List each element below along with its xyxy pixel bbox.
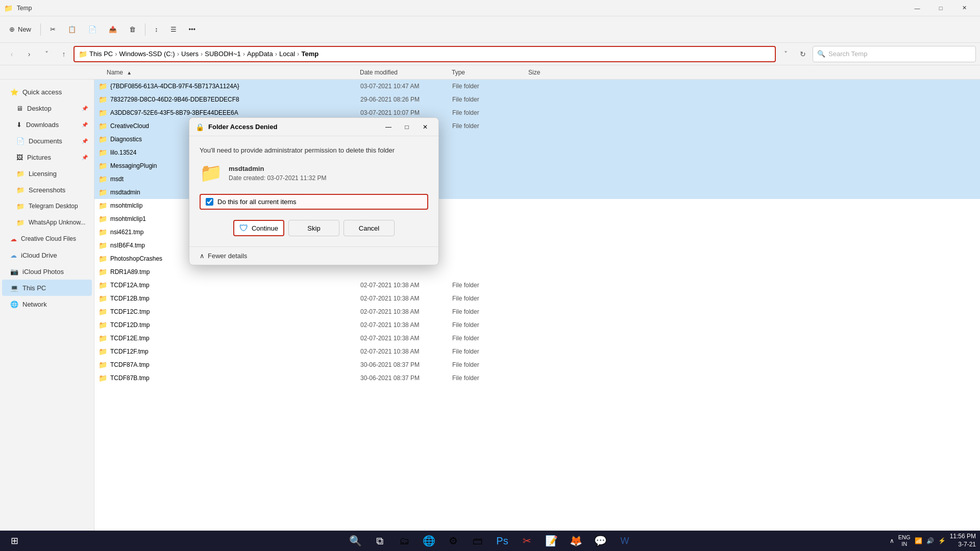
breadcrumb-this-pc[interactable]: This PC xyxy=(89,50,113,58)
new-button[interactable]: ⊕ New xyxy=(4,20,36,39)
folder-icon: 📁 xyxy=(99,188,107,196)
share-button[interactable]: 📤 xyxy=(104,20,122,39)
file-row[interactable]: 📁 TCDF12B.tmp 02-07-2021 10:38 AM File f… xyxy=(94,292,980,305)
cut-button[interactable]: ✂ xyxy=(45,20,61,39)
taskbar-chrome[interactable]: 🌐 xyxy=(418,532,440,550)
view-button[interactable]: ☰ xyxy=(165,20,182,39)
refresh-button[interactable]: ↻ xyxy=(795,46,811,62)
file-row[interactable]: 📁 TCDF12A.tmp 02-07-2021 10:38 AM File f… xyxy=(94,279,980,292)
sidebar-item-creative-cloud[interactable]: ☁ Creative Cloud Files xyxy=(2,231,92,247)
taskbar-notes[interactable]: 📝 xyxy=(540,532,562,550)
dialog-maximize-button[interactable]: □ xyxy=(400,121,414,133)
sidebar-item-whatsapp[interactable]: 📁 WhatsApp Unknow... xyxy=(2,214,92,231)
file-row[interactable]: 📁 TCDF87B.tmp 30-06-2021 08:37 PM File f… xyxy=(94,371,980,385)
sidebar-item-icloud-photos[interactable]: 📷 iCloud Photos xyxy=(2,263,92,280)
search-box[interactable]: 🔍 Search Temp xyxy=(813,46,976,62)
file-row[interactable]: 📁 TCDF12E.tmp 02-07-2021 10:38 AM File f… xyxy=(94,332,980,345)
chevron-up-icon[interactable]: ∧ xyxy=(890,537,894,544)
cancel-button[interactable]: Cancel xyxy=(344,220,395,236)
file-row[interactable]: 📁 RDR1A89.tmp xyxy=(94,265,980,279)
dialog-buttons: 🛡 Continue Skip Cancel xyxy=(200,220,428,236)
taskbar-search[interactable]: 🔍 xyxy=(344,532,366,550)
taskbar-app6[interactable]: 🗃 xyxy=(467,532,489,550)
fewer-details-toggle[interactable]: ∧ Fewer details xyxy=(189,246,438,265)
close-button[interactable]: ✕ xyxy=(952,0,976,16)
sidebar-item-network[interactable]: 🌐 Network xyxy=(2,296,92,312)
folder-icon: 📁 xyxy=(99,135,107,143)
recent-button[interactable]: ˅ xyxy=(39,46,54,62)
windows-icon: ⊞ xyxy=(11,535,18,546)
breadcrumb-users[interactable]: Users xyxy=(181,50,199,58)
breadcrumb-appdata[interactable]: AppData xyxy=(247,50,273,58)
sidebar-item-quick-access[interactable]: ⭐ Quick access xyxy=(2,84,92,100)
file-type: File folder xyxy=(452,348,529,355)
paste-button[interactable]: 📄 xyxy=(83,20,102,39)
copy-icon: 📋 xyxy=(68,26,76,33)
file-type: File folder xyxy=(452,295,529,302)
copy-button[interactable]: 📋 xyxy=(63,20,81,39)
taskbar-firefox[interactable]: 🦊 xyxy=(565,532,587,550)
taskbar-app8[interactable]: ✂ xyxy=(516,532,538,550)
col-header-date[interactable]: Date modified xyxy=(360,69,452,76)
sidebar-item-this-pc[interactable]: 💻 This PC xyxy=(2,280,92,296)
file-row[interactable]: 📁 78327298-D8C0-46D2-9B46-DDEB7EDDECF8 2… xyxy=(94,93,980,106)
expand-button[interactable]: ˅ xyxy=(778,46,793,62)
file-row[interactable]: 📁 TCDF12D.tmp 02-07-2021 10:38 AM File f… xyxy=(94,318,980,332)
taskbar-app11[interactable]: 💬 xyxy=(589,532,611,550)
sidebar: ⭐ Quick access 🖥 Desktop 📌 ⬇ Downloads 📌… xyxy=(0,80,94,531)
sidebar-item-desktop[interactable]: 🖥 Desktop 📌 xyxy=(2,100,92,116)
back-button[interactable]: ‹ xyxy=(4,46,19,62)
taskbar-photoshop[interactable]: Ps xyxy=(491,532,513,550)
breadcrumb-local[interactable]: Local xyxy=(279,50,295,58)
word-icon: W xyxy=(621,536,629,546)
taskbar-taskview[interactable]: ⧉ xyxy=(369,532,391,550)
clock[interactable]: 11:56 PM 3-7-21 xyxy=(950,533,976,548)
breadcrumb-drive[interactable]: Windows-SSD (C:) xyxy=(119,50,175,58)
more-button[interactable]: ••• xyxy=(184,20,201,39)
sidebar-item-screenshots[interactable]: 📁 Screenshots xyxy=(2,182,92,198)
sidebar-item-telegram[interactable]: 📁 Telegram Desktop xyxy=(2,198,92,214)
taskbar-settings[interactable]: ⚙ xyxy=(442,532,464,550)
taskbar-word[interactable]: W xyxy=(614,532,636,550)
dialog-close-button[interactable]: ✕ xyxy=(418,121,432,133)
all-items-checkbox[interactable] xyxy=(206,198,213,206)
file-date: 29-06-2021 08:26 PM xyxy=(360,96,452,103)
forward-button[interactable]: › xyxy=(21,46,37,62)
sidebar-item-documents[interactable]: 📄 Documents 📌 xyxy=(2,133,92,149)
sidebar-item-pictures[interactable]: 🖼 Pictures 📌 xyxy=(2,149,92,165)
start-button[interactable]: ⊞ xyxy=(4,532,24,550)
file-row[interactable]: 📁 TCDF87A.tmp 30-06-2021 08:37 PM File f… xyxy=(94,358,980,371)
skip-button[interactable]: Skip xyxy=(288,220,339,236)
maximize-button[interactable]: □ xyxy=(929,0,952,16)
breadcrumb[interactable]: 📁 This PC › Windows-SSD (C:) › Users › S… xyxy=(74,46,776,62)
file-row[interactable]: 📁 {7BDF0856-613A-4DCB-97F4-5B7173A1124A}… xyxy=(94,80,980,93)
breadcrumb-user[interactable]: SUBODH~1 xyxy=(205,50,240,58)
paste-icon: 📄 xyxy=(88,26,96,33)
taskbar-explorer[interactable]: 🗂 xyxy=(393,532,415,550)
pin-icon: 📌 xyxy=(82,106,88,111)
sidebar-item-downloads[interactable]: ⬇ Downloads 📌 xyxy=(2,116,92,133)
continue-button[interactable]: 🛡 Continue xyxy=(233,220,284,236)
dialog-title-text: Folder Access Denied xyxy=(208,123,377,131)
col-header-name[interactable]: Name ▲ xyxy=(94,69,360,76)
quick-access-icon: ⭐ xyxy=(10,88,18,96)
collapse-icon: ∧ xyxy=(200,252,205,260)
sidebar-item-icloud-drive[interactable]: ☁ iCloud Drive xyxy=(2,247,92,263)
sort-button[interactable]: ↕ xyxy=(150,20,163,39)
up-button[interactable]: ↑ xyxy=(56,46,71,62)
file-row[interactable]: 📁 TCDF12C.tmp 02-07-2021 10:38 AM File f… xyxy=(94,305,980,318)
search-icon-taskbar: 🔍 xyxy=(349,535,362,547)
dialog-minimize-button[interactable]: — xyxy=(381,121,396,133)
file-name: RDR1A89.tmp xyxy=(110,268,360,276)
col-header-type[interactable]: Type xyxy=(452,69,528,76)
file-row[interactable]: 📁 TCDF12F.tmp 02-07-2021 10:38 AM File f… xyxy=(94,345,980,358)
folder-info: 📁 msdtadmin Date created: 03-07-2021 11:… xyxy=(200,162,428,184)
folder-icon: 📁 xyxy=(99,215,107,223)
col-header-size[interactable]: Size xyxy=(528,69,579,76)
delete-button[interactable]: 🗑 xyxy=(124,20,141,39)
minimize-button[interactable]: — xyxy=(905,0,929,16)
breadcrumb-temp[interactable]: Temp xyxy=(301,50,318,58)
file-type: File folder xyxy=(452,361,529,368)
view-icon: ☰ xyxy=(170,26,177,33)
sidebar-item-licensing[interactable]: 📁 Licensing xyxy=(2,165,92,182)
